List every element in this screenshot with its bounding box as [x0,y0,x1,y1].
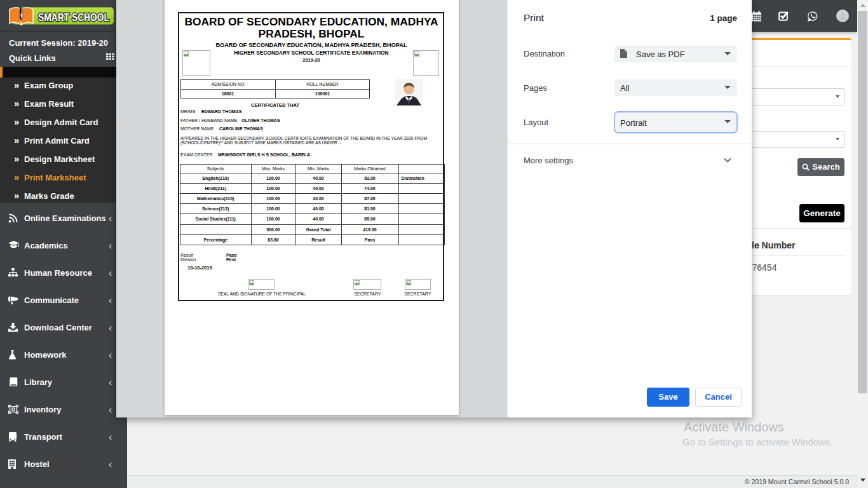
svg-text:SMART SCHOOL: SMART SCHOOL [38,11,109,24]
